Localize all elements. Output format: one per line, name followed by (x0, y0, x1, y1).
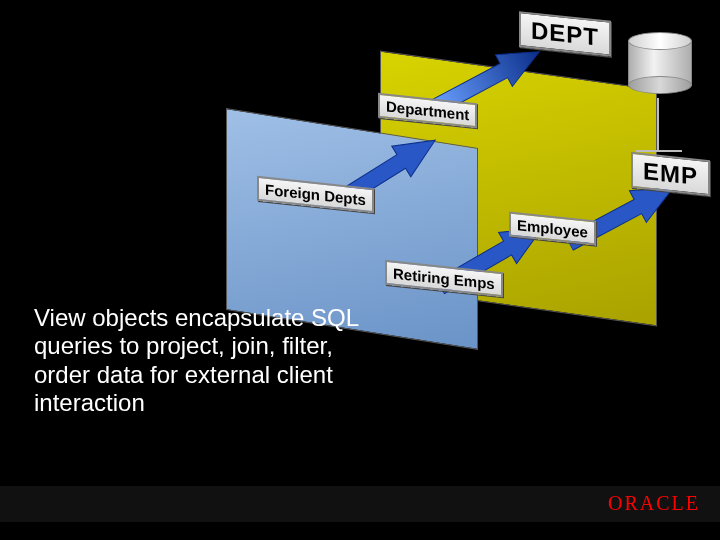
slide-caption: View objects encapsulate SQL queries to … (34, 304, 374, 417)
footer-bar: ORACLE (0, 486, 720, 522)
connector-line (657, 98, 659, 152)
brand-text: ORACLE (608, 492, 700, 514)
database-cylinder-icon (628, 32, 690, 90)
slide: DEPT EMP Department Foreign Depts Employ… (0, 0, 720, 540)
diagram: DEPT EMP Department Foreign Depts Employ… (0, 0, 720, 540)
brand-logo: ORACLE (608, 492, 700, 515)
connector-line (636, 150, 682, 152)
